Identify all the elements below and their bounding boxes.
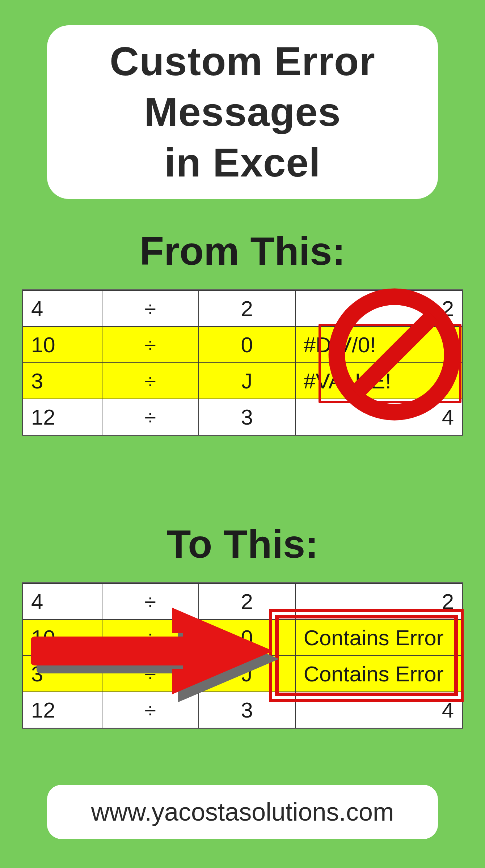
table-row: 12 ÷ 3 4 [23, 399, 462, 435]
label-to: To This: [0, 521, 485, 567]
table-row: 3 ÷ J Contains Error [23, 656, 462, 692]
cell: 10 [23, 620, 102, 656]
cell: 3 [199, 399, 295, 435]
cell: 2 [295, 583, 462, 620]
cell: 4 [295, 399, 462, 435]
cell: J [199, 363, 295, 399]
cell: ÷ [102, 290, 199, 327]
cell-custom-error: Contains Error [295, 620, 462, 656]
cell: 10 [23, 327, 102, 363]
footer-card: www.yacostasolutions.com [47, 785, 438, 839]
cell-error: #DIV/0! [295, 327, 462, 363]
cell: 2 [295, 290, 462, 327]
cell-custom-error: Contains Error [295, 656, 462, 692]
table-row: 12 ÷ 3 4 [23, 692, 462, 728]
cell: J [199, 656, 295, 692]
spreadsheet-from: 4 ÷ 2 2 10 ÷ 0 #DIV/0! 3 ÷ J #VALUE! 12 … [22, 289, 463, 436]
table-row: 3 ÷ J #VALUE! [23, 363, 462, 399]
cell: 3 [199, 692, 295, 728]
table-row: 4 ÷ 2 2 [23, 290, 462, 327]
table-row: 10 ÷ 0 #DIV/0! [23, 327, 462, 363]
label-from: From This: [0, 228, 485, 274]
cell: 2 [199, 290, 295, 327]
page-title: Custom Error Messages in Excel [110, 36, 375, 188]
cell: 3 [23, 656, 102, 692]
cell: ÷ [102, 692, 199, 728]
cell: ÷ [102, 583, 199, 620]
cell: ÷ [102, 327, 199, 363]
cell: 0 [199, 327, 295, 363]
cell: ÷ [102, 363, 199, 399]
cell: ÷ [102, 399, 199, 435]
cell: 12 [23, 692, 102, 728]
cell: 4 [23, 290, 102, 327]
cell: 12 [23, 399, 102, 435]
table-row: 10 ÷ 0 Contains Error [23, 620, 462, 656]
footer-url[interactable]: www.yacostasolutions.com [91, 797, 394, 826]
cell: ÷ [102, 656, 199, 692]
cell: 2 [199, 583, 295, 620]
cell: 0 [199, 620, 295, 656]
cell: 4 [23, 583, 102, 620]
title-card: Custom Error Messages in Excel [47, 25, 438, 199]
cell: 4 [295, 692, 462, 728]
table-row: 4 ÷ 2 2 [23, 583, 462, 620]
cell: ÷ [102, 620, 199, 656]
spreadsheet-to: 4 ÷ 2 2 10 ÷ 0 Contains Error 3 ÷ J Cont… [22, 582, 463, 729]
cell-error: #VALUE! [295, 363, 462, 399]
cell: 3 [23, 363, 102, 399]
